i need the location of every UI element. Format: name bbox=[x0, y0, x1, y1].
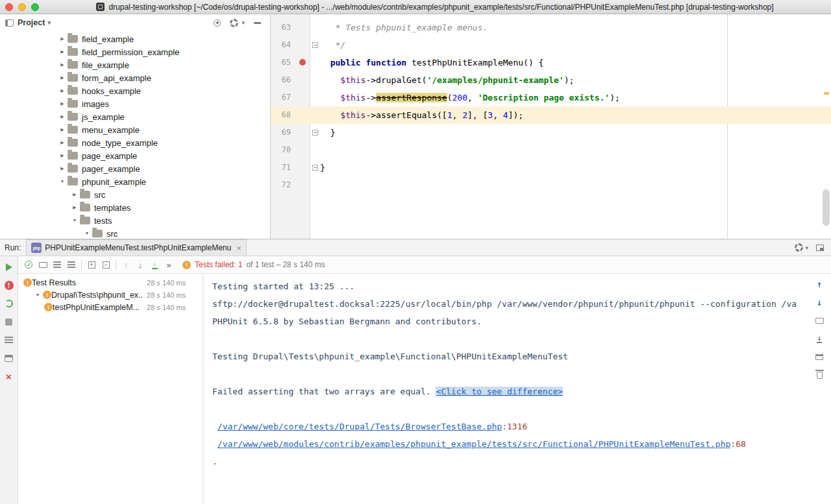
chevron-down-icon[interactable]: ▼ bbox=[83, 227, 91, 239]
rerun-failed-tests-button[interactable]: ! bbox=[4, 280, 14, 291]
code-text[interactable]: } bbox=[320, 159, 831, 176]
tree-item-page_example[interactable]: ▶page_example bbox=[0, 149, 270, 162]
hide-panel-icon[interactable] bbox=[254, 22, 261, 24]
console-link[interactable]: /var/www/web/modules/contrib/examples/ph… bbox=[217, 439, 731, 449]
chevron-right-icon[interactable]: ▶ bbox=[71, 188, 79, 201]
project-panel-title[interactable]: Project ▾ bbox=[18, 18, 51, 27]
phpstorm-window: drupal-testing-workshop [~/Code/os/drupa… bbox=[0, 0, 831, 504]
test-tree: !Test Results28 s 140 ms▼!Drupal\Tests\p… bbox=[18, 274, 203, 504]
error-stripe-mark[interactable] bbox=[824, 92, 829, 95]
console-link[interactable]: <Click to see difference> bbox=[436, 387, 563, 396]
test-tree-item[interactable]: !Test Results28 s 140 ms bbox=[18, 276, 203, 289]
chevron-right-icon[interactable]: ▶ bbox=[71, 201, 79, 214]
fold-marker-icon[interactable] bbox=[312, 165, 318, 171]
code-text[interactable]: */ bbox=[320, 36, 831, 54]
tree-item-js_example[interactable]: ▶js_example bbox=[0, 110, 270, 123]
run-content: !Test Results28 s 140 ms▼!Drupal\Tests\p… bbox=[18, 274, 831, 504]
tree-item-pager_example[interactable]: ▶pager_example bbox=[0, 162, 270, 175]
chevron-right-icon[interactable]: ▶ bbox=[58, 84, 66, 97]
close-window-button[interactable] bbox=[5, 3, 13, 11]
tree-item-images[interactable]: ▶images bbox=[0, 97, 270, 110]
tree-item-src[interactable]: ▼src bbox=[0, 227, 270, 239]
chevron-right-icon[interactable]: ▶ bbox=[58, 162, 66, 175]
tree-item-menu_example[interactable]: ▶menu_example bbox=[0, 123, 270, 136]
chevron-right-icon[interactable]: ▶ bbox=[58, 149, 66, 162]
gear-caret-icon: ▾ bbox=[242, 19, 245, 26]
tree-item-field_example[interactable]: ▶field_example bbox=[0, 32, 270, 45]
tree-item-src[interactable]: ▶src bbox=[0, 188, 270, 201]
scroll-to-end-button[interactable]: ↓ bbox=[814, 333, 825, 344]
collapse-all-icon: − bbox=[103, 261, 110, 269]
console-link[interactable]: /var/www/web/core/tests/Drupal/Tests/Bro… bbox=[217, 422, 502, 431]
previous-failed-test-button[interactable]: ↑ bbox=[119, 258, 133, 272]
down-stack-trace-button[interactable]: ↓ bbox=[814, 297, 825, 307]
test-history-button[interactable] bbox=[4, 335, 14, 345]
test-duration: 28 s 140 ms bbox=[143, 304, 186, 311]
code-text[interactable]: $this->assertEquals([1, 2], [3, 4]); bbox=[320, 106, 831, 124]
show-passed-button[interactable]: ✓ bbox=[21, 258, 36, 272]
hide-run-panel-icon[interactable] bbox=[816, 245, 824, 251]
print-button[interactable] bbox=[814, 352, 825, 362]
rerun-button[interactable] bbox=[4, 262, 14, 272]
code-text[interactable]: $this->drupalGet('/examples/phpunit-exam… bbox=[320, 71, 831, 89]
import-test-results-button[interactable]: ↓ bbox=[147, 258, 162, 272]
tree-item-field_permission_example[interactable]: ▶field_permission_example bbox=[0, 45, 270, 58]
chevron-right-icon[interactable]: ▶ bbox=[58, 58, 66, 71]
tree-item-label: page_example bbox=[82, 151, 137, 161]
tree-item-phpunit_example[interactable]: ▼phpunit_example bbox=[0, 175, 270, 188]
fold-marker-icon[interactable] bbox=[312, 130, 318, 136]
run-settings-gear-icon[interactable] bbox=[795, 243, 803, 252]
next-failed-test-button[interactable]: ↓ bbox=[133, 258, 147, 272]
gear-icon[interactable] bbox=[230, 19, 238, 27]
tree-item-file_example[interactable]: ▶file_example bbox=[0, 58, 270, 71]
chevron-down-icon[interactable]: ▼ bbox=[58, 175, 66, 188]
console[interactable]: Testing started at 13:25 ...sftp://docke… bbox=[203, 274, 831, 504]
chevron-right-icon[interactable]: ▶ bbox=[58, 123, 66, 136]
chevron-down-icon[interactable]: ▼ bbox=[71, 214, 79, 227]
tree-item-node_type_example[interactable]: ▶node_type_example bbox=[0, 136, 270, 149]
tree-item-hooks_example[interactable]: ▶hooks_example bbox=[0, 84, 270, 97]
failed-test-gutter-icon[interactable] bbox=[299, 59, 306, 66]
chevron-right-icon[interactable]: ▶ bbox=[58, 110, 66, 123]
sort-alphabetically-button[interactable] bbox=[50, 258, 64, 272]
test-tree-item[interactable]: ▼!Drupal\Tests\phpunit_ex...28 s 140 ms bbox=[18, 289, 203, 301]
code-text[interactable]: $this->assertResponse(200, 'Description … bbox=[320, 89, 831, 106]
minimize-window-button[interactable] bbox=[18, 3, 26, 11]
collapse-all-button[interactable]: − bbox=[99, 258, 113, 272]
close-panel-button[interactable]: × bbox=[4, 371, 14, 381]
zoom-window-button[interactable] bbox=[31, 3, 39, 11]
chevron-right-icon[interactable]: ▶ bbox=[58, 136, 66, 149]
restore-layout-button[interactable] bbox=[4, 353, 14, 363]
soft-wrap-button[interactable] bbox=[814, 315, 825, 326]
tree-item-form_api_example[interactable]: ▶form_api_example bbox=[0, 71, 270, 84]
stop-button[interactable] bbox=[4, 317, 14, 327]
close-tab-icon[interactable]: × bbox=[236, 243, 242, 253]
expand-all-button[interactable]: + bbox=[84, 258, 99, 272]
code-text[interactable] bbox=[320, 141, 831, 159]
sort-by-duration-button[interactable] bbox=[64, 258, 79, 272]
code-text[interactable]: * Tests phpunit_example menus. bbox=[320, 19, 831, 36]
test-tree-item[interactable]: !testPhpUnitExampleM...28 s 140 ms bbox=[18, 301, 203, 313]
clear-console-button[interactable] bbox=[814, 370, 825, 380]
project-panel-title-label: Project bbox=[18, 18, 45, 27]
code-text[interactable] bbox=[320, 176, 831, 194]
editor-scrollbar[interactable] bbox=[823, 189, 830, 226]
locate-file-icon[interactable] bbox=[214, 19, 221, 27]
tree-item-tests[interactable]: ▼tests bbox=[0, 214, 270, 227]
fold-marker-icon[interactable] bbox=[312, 42, 318, 48]
more-actions-button[interactable]: » bbox=[162, 258, 176, 272]
tree-item-templates[interactable]: ▶templates bbox=[0, 201, 270, 214]
toggle-auto-test-button[interactable] bbox=[4, 298, 14, 309]
console-line: /var/www/web/modules/contrib/examples/ph… bbox=[212, 435, 802, 453]
chevron-right-icon[interactable]: ▶ bbox=[58, 32, 66, 45]
show-ignored-button[interactable] bbox=[36, 258, 50, 272]
editor[interactable]: 63 * Tests phpunit_example menus.64 */65… bbox=[271, 14, 831, 239]
run-tab[interactable]: php PHPUnitExampleMenuTest.testPhpUnitEx… bbox=[26, 239, 246, 256]
chevron-right-icon[interactable]: ▶ bbox=[58, 97, 66, 110]
code-text[interactable]: public function testPhpUnitExampleMenu()… bbox=[320, 54, 831, 71]
chevron-down-icon[interactable]: ▼ bbox=[34, 289, 42, 301]
code-text[interactable]: } bbox=[320, 124, 831, 141]
up-stack-trace-button[interactable]: ↑ bbox=[814, 279, 825, 289]
chevron-right-icon[interactable]: ▶ bbox=[58, 45, 66, 58]
chevron-right-icon[interactable]: ▶ bbox=[58, 71, 66, 84]
